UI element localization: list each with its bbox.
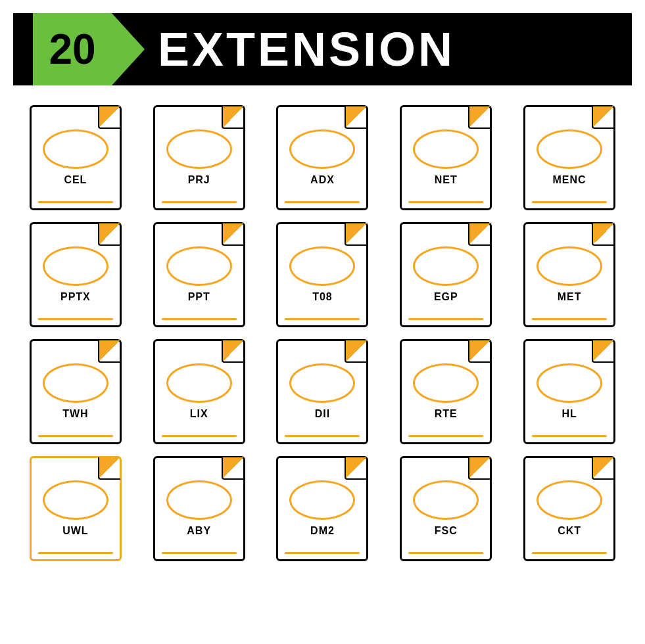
bottom-line [408,435,483,437]
file-card: UWL [30,456,122,561]
file-ellipse [166,480,232,520]
file-icon-rte[interactable]: RTE [390,339,502,444]
file-label: FSC [435,525,458,537]
file-label: ABY [187,525,211,537]
bottom-line [532,318,607,320]
file-ellipse [166,363,232,403]
file-ellipse [413,129,479,169]
bottom-line [285,552,360,554]
file-label: MENC [553,174,586,186]
file-icon-ckt[interactable]: CKT [514,456,625,561]
file-label: HL [561,408,577,420]
file-icon-prj[interactable]: PRJ [143,105,255,210]
file-label: ADX [310,174,335,186]
file-card: CKT [523,456,615,561]
file-card: PPT [153,222,245,327]
bottom-line [38,318,113,320]
file-ellipse [43,363,108,403]
file-ellipse [289,480,355,520]
header: 20 EXTENSION [13,13,632,85]
bottom-line [532,201,607,203]
file-label: PPTX [60,291,91,303]
bottom-line [532,435,607,437]
bottom-line [285,435,360,437]
file-label: MET [558,291,582,303]
file-ellipse [413,246,479,286]
file-icon-menc[interactable]: MENC [514,105,625,210]
bottom-line [532,552,607,554]
file-icon-uwl[interactable]: UWL [20,456,131,561]
file-card: LIX [153,339,245,444]
file-icon-cel[interactable]: CEL [20,105,131,210]
file-card: MENC [523,105,615,210]
bottom-line [162,201,237,203]
file-label: PRJ [188,174,210,186]
bottom-line [408,552,483,554]
file-ellipse [537,480,602,520]
file-card: EGP [400,222,492,327]
file-ellipse [289,129,355,169]
bottom-line [285,201,360,203]
file-ellipse [537,246,602,286]
file-card: PPTX [30,222,122,327]
file-ellipse [43,129,108,169]
icons-grid: CEL PRJ ADX NET MENC [0,85,645,581]
file-ellipse [166,129,232,169]
file-icon-fsc[interactable]: FSC [390,456,502,561]
file-label: RTE [435,408,458,420]
file-ellipse [43,480,108,520]
file-icon-aby[interactable]: ABY [143,456,255,561]
file-icon-dii[interactable]: DII [267,339,379,444]
file-label: CKT [558,525,581,537]
file-icon-net[interactable]: NET [390,105,502,210]
file-icon-egp[interactable]: EGP [390,222,502,327]
bottom-line [162,552,237,554]
header-number: 20 [33,13,112,85]
file-ellipse [289,363,355,403]
file-card: TWH [30,339,122,444]
file-card: NET [400,105,492,210]
file-ellipse [166,246,232,286]
file-card: PRJ [153,105,245,210]
file-label: TWH [62,408,88,420]
bottom-line [408,318,483,320]
file-icon-lix[interactable]: LIX [143,339,255,444]
file-card: FSC [400,456,492,561]
file-card: DM2 [276,456,368,561]
file-ellipse [413,363,479,403]
bottom-line [285,318,360,320]
header-arrow [112,13,145,85]
file-card: ABY [153,456,245,561]
bottom-line [408,201,483,203]
file-icon-hl[interactable]: HL [514,339,625,444]
file-ellipse [43,246,108,286]
file-label: DII [315,408,330,420]
file-icon-pptx[interactable]: PPTX [20,222,131,327]
bottom-line [162,435,237,437]
file-card: ADX [276,105,368,210]
file-icon-ppt[interactable]: PPT [143,222,255,327]
file-label: NET [435,174,458,186]
file-ellipse [537,129,602,169]
file-card: DII [276,339,368,444]
bottom-line [162,318,237,320]
file-label: DM2 [310,525,335,537]
bottom-line [38,201,113,203]
file-card: HL [523,339,615,444]
file-label: PPT [188,291,210,303]
file-card: T08 [276,222,368,327]
file-ellipse [413,480,479,520]
file-label: CEL [64,174,87,186]
file-card: RTE [400,339,492,444]
file-label: UWL [62,525,88,537]
file-card: MET [523,222,615,327]
file-icon-met[interactable]: MET [514,222,625,327]
file-icon-adx[interactable]: ADX [267,105,379,210]
bottom-line [38,435,113,437]
file-icon-twh[interactable]: TWH [20,339,131,444]
file-icon-dm2[interactable]: DM2 [267,456,379,561]
file-label: LIX [190,408,208,420]
file-label: EGP [434,291,458,303]
bottom-line [38,552,113,554]
file-icon-t08[interactable]: T08 [267,222,379,327]
